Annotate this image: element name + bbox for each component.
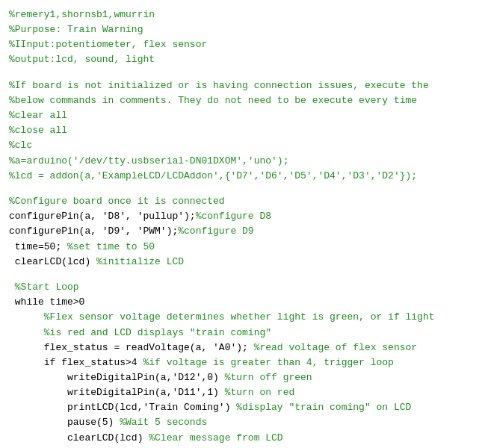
comment-part: %configure D8 xyxy=(196,211,271,222)
code-line: clearLCD(lcd) %Clear message from LCD xyxy=(9,431,473,446)
code-line: %Purpose: Train Warning xyxy=(9,22,473,37)
code-line xyxy=(9,68,473,78)
code-line: %If board is not initialized or is havin… xyxy=(9,78,473,93)
code-line: %is red and LCD displays "train coming" xyxy=(9,326,473,340)
code-container: %remery1,shornsb1,wmurrin%Purpose: Train… xyxy=(0,0,482,448)
comment-part: %configure D9 xyxy=(178,225,253,237)
comment-part: %if voltage is greater than 4, trigger l… xyxy=(143,357,393,368)
code-line: %output:lcd, sound, light xyxy=(9,52,473,67)
code-line: while time>0 xyxy=(9,295,473,310)
code-part: pause(5) xyxy=(9,417,120,428)
code-part: time=50; xyxy=(9,241,67,252)
code-part: writeDigitalPin(a,'D11',1) xyxy=(9,387,225,398)
code-part: configurePin(a, 'D9', 'PWM'); xyxy=(9,225,178,237)
code-line: clearLCD(lcd) %initialize LCD xyxy=(9,255,473,270)
code-line: writeDigitalPin(a,'D11',1) %turn on red xyxy=(9,385,473,400)
code-part: if flex_status>4 xyxy=(9,357,143,368)
code-part: clearLCD(lcd) xyxy=(9,256,96,267)
comment-part: %Wait 5 seconds xyxy=(120,417,207,428)
code-line: flex_status = readVoltage(a, 'A0'); %rea… xyxy=(9,340,473,355)
code-line: %Start Loop xyxy=(9,280,473,295)
code-line: %remery1,shornsb1,wmurrin xyxy=(9,7,473,22)
code-line xyxy=(9,184,473,194)
comment-part: %set time to 50 xyxy=(67,241,155,252)
code-line: if flex_status>4 %if voltage is greater … xyxy=(9,355,473,370)
comment-part: %read voltage of flex sensor xyxy=(254,342,417,353)
code-line: writeDigitalPin(a,'D12',0) %turn off gre… xyxy=(9,370,473,385)
code-line: %a=arduino('/dev/tty.usbserial-DN01DXOM'… xyxy=(9,154,473,169)
code-line: time=50; %set time to 50 xyxy=(9,240,473,255)
comment-part: %turn off green xyxy=(225,372,312,383)
comment-part: %display "train coming" on LCD xyxy=(236,402,411,413)
code-line: printLCD(lcd,'Train Coming') %display "t… xyxy=(9,400,473,415)
code-line: %Configure board once it is connected xyxy=(9,194,473,209)
code-line: %Flex sensor voltage determines whether … xyxy=(9,310,473,325)
code-line: %below commands in comments. They do not… xyxy=(9,93,473,108)
code-line: pause(5) %Wait 5 seconds xyxy=(9,415,473,430)
code-part: printLCD(lcd,'Train Coming') xyxy=(9,402,236,413)
code-line: %close all xyxy=(9,123,473,138)
code-line xyxy=(9,270,473,280)
code-line: %clc xyxy=(9,138,473,153)
code-line: %IInput:potentiometer, flex sensor xyxy=(9,37,473,52)
code-line: %clear all xyxy=(9,108,473,123)
code-part: configurePin(a, 'D8', 'pullup'); xyxy=(9,211,196,222)
code-line: configurePin(a, 'D8', 'pullup');%configu… xyxy=(9,209,473,224)
code-line: %lcd = addon(a,'ExampleLCD/LCDAddon',{'D… xyxy=(9,169,473,184)
comment-part: %turn on red xyxy=(225,387,295,398)
comment-part: %Clear message from LCD xyxy=(149,432,282,444)
code-line: configurePin(a, 'D9', 'PWM');%configure … xyxy=(9,224,473,239)
code-part: flex_status = readVoltage(a, 'A0'); xyxy=(9,342,254,353)
code-part: clearLCD(lcd) xyxy=(9,432,149,444)
comment-part: %initialize LCD xyxy=(96,256,184,267)
code-part: writeDigitalPin(a,'D12',0) xyxy=(9,372,225,383)
